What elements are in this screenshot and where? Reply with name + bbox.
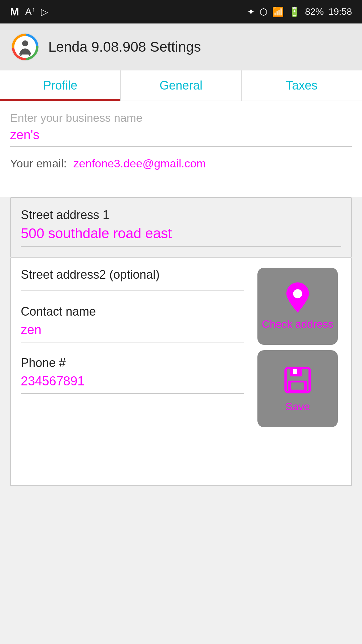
phone-value[interactable]: 234567891 <box>21 373 244 390</box>
tab-taxes[interactable]: Taxes <box>242 70 362 101</box>
play-icon: ▷ <box>41 6 48 17</box>
bluetooth-icon: ✦ <box>247 6 255 17</box>
street-address2-underline <box>21 290 244 291</box>
tab-general[interactable]: General <box>121 70 241 101</box>
phone-field: Phone # 234567891 <box>21 356 244 394</box>
status-bar: M A↑ ▷ ✦ ⬡ 📶 🔋 82% 19:58 <box>0 0 362 23</box>
email-value: zenfone3.dee@gmail.com <box>73 157 206 170</box>
save-label: Save <box>286 400 310 413</box>
tab-bar: Profile General Taxes <box>0 70 362 101</box>
app-logo <box>10 32 40 62</box>
email-row: Your email: zenfone3.dee@gmail.com <box>10 157 352 177</box>
business-name-field: Enter your business name zen's <box>10 111 352 147</box>
svg-point-0 <box>12 34 39 61</box>
save-button[interactable]: Save <box>257 350 338 427</box>
business-name-underline <box>10 146 352 147</box>
battery-percent: 82% <box>305 6 324 17</box>
contact-name-label: Contact name <box>21 305 244 319</box>
action-buttons: Check address Save <box>254 268 341 475</box>
app-bar: Lenda 9.08.908 Settings <box>0 23 362 70</box>
font-icon: A↑ <box>25 6 35 17</box>
rotate-icon: ⬡ <box>259 6 267 17</box>
check-address-label: Check address <box>262 318 333 330</box>
email-label: Your email: <box>10 157 67 170</box>
check-address-button[interactable]: Check address <box>257 268 338 345</box>
lower-section: Street address2 (optional) Contact name … <box>10 258 352 486</box>
svg-rect-7 <box>293 369 297 374</box>
contact-name-underline <box>21 342 244 342</box>
battery-charging-icon: 🔋 <box>289 6 300 17</box>
contact-name-value[interactable]: zen <box>21 321 244 338</box>
street-address1-label: Street address 1 <box>21 208 341 222</box>
status-left-icons: M A↑ ▷ <box>10 6 48 18</box>
wifi-icon: 📶 <box>272 6 284 17</box>
location-pin-icon <box>283 282 313 313</box>
street-address2-value[interactable] <box>21 284 244 287</box>
street-address1-underline <box>21 246 341 247</box>
business-name-placeholder: Enter your business name <box>10 111 352 124</box>
svg-point-1 <box>22 40 28 46</box>
street-address2-label: Street address2 (optional) <box>21 268 244 282</box>
address-card: Street address 1 500 southdale road east <box>10 197 352 258</box>
business-name-value[interactable]: zen's <box>10 126 352 144</box>
app-title: Lenda 9.08.908 Settings <box>48 39 201 55</box>
status-right-icons: ✦ ⬡ 📶 🔋 82% 19:58 <box>247 6 352 17</box>
svg-rect-9 <box>291 382 304 390</box>
phone-label: Phone # <box>21 356 244 370</box>
svg-point-4 <box>293 289 302 298</box>
phone-underline <box>21 393 244 394</box>
tab-profile[interactable]: Profile <box>0 70 121 101</box>
clock: 19:58 <box>328 6 352 17</box>
form-left: Street address2 (optional) Contact name … <box>21 268 254 475</box>
save-icon <box>283 365 313 395</box>
main-content: Enter your business name zen's Your emai… <box>0 101 362 197</box>
street-address2-field: Street address2 (optional) <box>21 268 244 291</box>
mail-icon: M <box>10 6 19 18</box>
contact-name-field: Contact name zen <box>21 305 244 342</box>
street-address1-value[interactable]: 500 southdale road east <box>21 225 341 241</box>
